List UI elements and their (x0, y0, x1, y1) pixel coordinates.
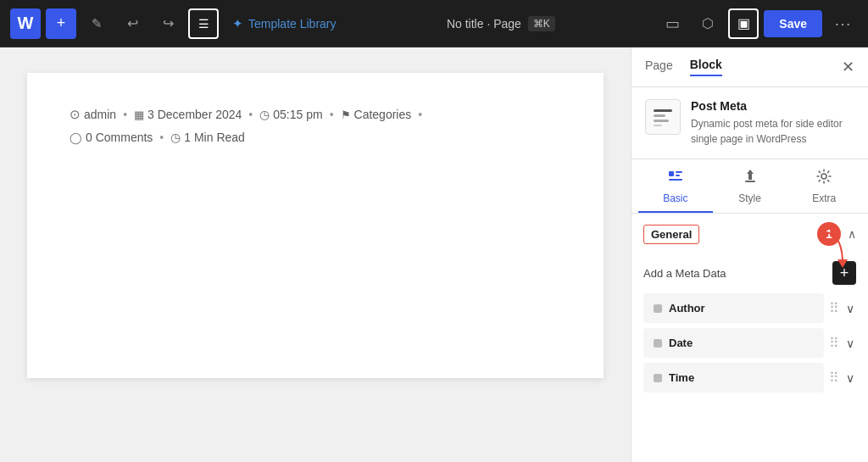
sub-tab-basic-label: Basic (663, 192, 687, 204)
svg-point-9 (821, 174, 826, 179)
sep-3: • (330, 108, 334, 121)
general-section: General 1 ∧ (632, 214, 868, 254)
panel-close-button[interactable]: ✕ (842, 58, 854, 76)
block-info: Post Meta Dynamic post meta for side edi… (632, 87, 868, 159)
section-chevron-icon: ∧ (848, 227, 856, 241)
list-icon: ☰ (198, 17, 209, 31)
chevron-down-icon: ∨ (846, 302, 854, 315)
time-controls: ⠿ ∨ (829, 370, 856, 387)
time-dot (654, 374, 662, 382)
svg-rect-6 (676, 175, 680, 176)
sub-tab-style-label: Style (738, 192, 761, 204)
svg-rect-8 (745, 181, 755, 182)
undo-button[interactable]: ↩ (117, 8, 147, 39)
svg-rect-5 (676, 171, 682, 173)
read-time-meta: ◷ 1 Min Read (170, 131, 245, 144)
sep-1: • (123, 108, 127, 121)
read-icon: ◷ (170, 131, 181, 144)
add-icon: + (840, 265, 849, 281)
comments-value: 0 Comments (86, 131, 153, 144)
section-title: General (643, 225, 699, 244)
author-value: admin (84, 108, 116, 121)
page-content: ⊙ admin • ▦ 3 December 2024 • ◷ 05:15 pm… (27, 73, 604, 378)
author-label: Author (669, 302, 814, 314)
author-drag-handle[interactable]: ⠿ (829, 300, 839, 316)
more-icon: ⋯ (834, 14, 851, 33)
more-options-button[interactable]: ⋯ (827, 10, 858, 37)
date-controls: ⠿ ∨ (829, 335, 856, 352)
date-expand-button[interactable]: ∨ (844, 335, 856, 352)
settings-button[interactable]: ▣ (728, 8, 759, 39)
author-expand-button[interactable]: ∨ (844, 300, 856, 317)
main-area: ⊙ admin • ▦ 3 December 2024 • ◷ 05:15 pm… (0, 47, 868, 462)
page-title: No title · Page (447, 17, 521, 31)
tab-block[interactable]: Block (690, 58, 722, 76)
panel-tabs: Page Block (645, 58, 722, 76)
bookmark-icon: ⚑ (341, 109, 351, 121)
block-icon (645, 99, 681, 135)
template-library-icon: ✦ (232, 16, 243, 31)
sub-tab-extra[interactable]: Extra (787, 159, 861, 213)
add-meta-row: Add a Meta Data + (632, 254, 868, 293)
tab-block-label: Block (690, 58, 722, 71)
meta-item-time: Time ⠿ ∨ (632, 363, 868, 392)
tab-page-label: Page (645, 58, 673, 72)
save-button[interactable]: Save (764, 10, 822, 37)
sep-2: • (248, 108, 253, 121)
sep-4: • (418, 108, 422, 121)
add-meta-label: Add a Meta Data (643, 267, 726, 280)
redo-button[interactable]: ↪ (153, 8, 183, 39)
badge-number: 1 (817, 222, 841, 246)
author-controls: ⠿ ∨ (829, 300, 856, 317)
desktop-icon: ▭ (665, 14, 680, 33)
keyboard-shortcut: ⌘K (528, 16, 555, 31)
basic-icon (667, 168, 684, 189)
wp-logo[interactable]: W (10, 8, 41, 39)
sub-tabs: Basic Style Extra (632, 159, 868, 214)
meta-item-date: Date ⠿ ∨ (632, 328, 868, 358)
external-link-button[interactable]: ⬡ (693, 8, 723, 39)
svg-rect-0 (654, 109, 672, 112)
external-icon: ⬡ (702, 15, 714, 31)
page-title-area: No title · Page ⌘K (350, 16, 653, 31)
undo-icon: ↩ (127, 15, 138, 31)
pencil-button[interactable]: ✎ (81, 8, 112, 39)
add-meta-button[interactable]: + (832, 261, 856, 285)
sub-tab-basic[interactable]: Basic (638, 159, 713, 213)
comments-icon: ◯ (70, 131, 82, 144)
list-view-button[interactable]: ☰ (188, 8, 219, 39)
save-label: Save (779, 17, 807, 31)
sub-tab-style[interactable]: Style (713, 159, 787, 213)
style-icon (742, 168, 759, 189)
svg-rect-1 (654, 114, 665, 117)
time-value: 05:15 pm (273, 108, 322, 121)
date-value: 3 December 2024 (147, 108, 242, 121)
author-item: Author (643, 293, 824, 323)
panel-content: General 1 ∧ Add a Meta Data (632, 214, 868, 462)
comments-meta: ◯ 0 Comments (70, 131, 153, 144)
right-panel: Page Block ✕ Post Meta (631, 47, 868, 462)
time-expand-button[interactable]: ∨ (844, 370, 856, 387)
extra-icon (815, 168, 832, 189)
desktop-view-button[interactable]: ▭ (657, 8, 687, 39)
date-item: Date (643, 328, 824, 358)
section-header[interactable]: General 1 ∧ (632, 214, 868, 254)
pencil-icon: ✎ (92, 16, 103, 31)
panel-header: Page Block ✕ (632, 47, 868, 87)
chevron-down-icon: ∨ (846, 337, 854, 350)
tab-page[interactable]: Page (645, 58, 673, 76)
template-library-button[interactable]: ✦ Template Library (224, 11, 345, 36)
svg-rect-7 (669, 179, 682, 181)
add-button[interactable]: + (46, 8, 76, 39)
canvas[interactable]: ⊙ admin • ▦ 3 December 2024 • ◷ 05:15 pm… (0, 47, 631, 462)
add-icon: + (57, 14, 66, 32)
redo-icon: ↪ (163, 15, 174, 31)
time-drag-handle[interactable]: ⠿ (829, 370, 839, 386)
date-dot (654, 339, 662, 348)
sep-5: • (159, 131, 164, 144)
author-icon: ⊙ (70, 107, 81, 122)
date-drag-handle[interactable]: ⠿ (829, 335, 839, 351)
svg-rect-4 (669, 171, 674, 176)
time-label: Time (669, 371, 814, 384)
categories-meta: ⚑ Categories (341, 108, 412, 121)
